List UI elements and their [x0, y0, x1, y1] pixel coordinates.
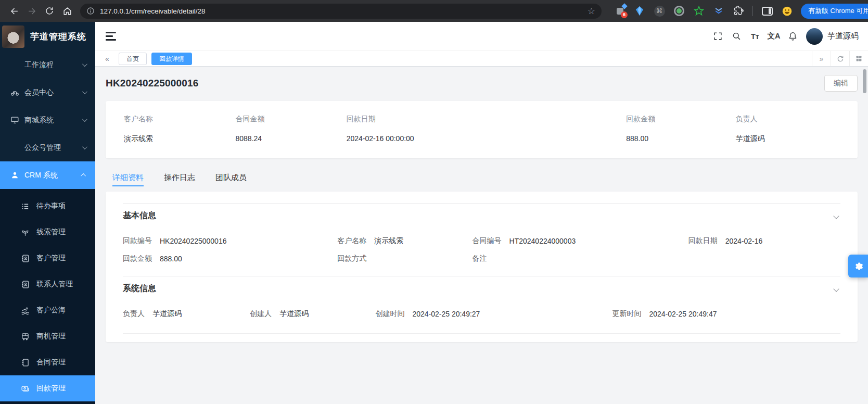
sidebar-item-label: 回款管理 [36, 384, 66, 393]
field: 合同编号 HT20240224000003 [473, 232, 688, 250]
address-bar[interactable]: 127.0.0.1/crm/receivable/detail/28 ☆ [80, 4, 602, 19]
browser-home-button[interactable] [58, 2, 76, 20]
fullscreen-button[interactable] [708, 27, 727, 46]
user-avatar[interactable] [806, 28, 823, 45]
extension-chevrons[interactable] [713, 5, 724, 17]
business-bus-icon [21, 332, 30, 341]
tab-detail-info[interactable]: 详细资料 [112, 167, 144, 188]
field: 备注 [473, 250, 688, 268]
url-text[interactable]: 127.0.0.1/crm/receivable/detail/28 [100, 7, 588, 15]
workflow-icon [10, 60, 19, 69]
ring-icon [674, 6, 684, 16]
refresh-page-button[interactable] [831, 51, 849, 66]
basic-info-collapse-header[interactable]: 基本信息 [123, 203, 840, 228]
basic-info-fields: 回款编号 HK20240225000016 客户名称 演示线索 合同编号 HT2… [123, 232, 840, 268]
official-account-icon [10, 143, 19, 152]
extension-star[interactable] [693, 5, 705, 17]
section-gap [123, 268, 840, 276]
browser-reload-button[interactable] [41, 2, 58, 20]
summary-label: 回款金额 [626, 115, 735, 134]
font-size-button[interactable]: Tт [746, 27, 764, 46]
detail-card: 基本信息 回款编号 HK20240225000016 客户名称 演示线索 合同编… [106, 192, 858, 342]
browser-forward-button[interactable] [23, 2, 41, 20]
side-panel-button[interactable] [761, 5, 773, 17]
grid-icon [856, 55, 862, 62]
field-label: 回款方式 [337, 254, 366, 263]
page-scrollbar-thumb[interactable] [863, 69, 866, 93]
tab-operation-log[interactable]: 操作日志 [164, 167, 195, 188]
edit-button[interactable]: 编辑 [824, 75, 858, 92]
summary-label: 合同金额 [236, 115, 347, 134]
system-info-collapse-header[interactable]: 系统信息 [123, 276, 840, 301]
sidebar-item-clue[interactable]: 线索管理 [0, 219, 95, 245]
field-label: 创建时间 [375, 309, 404, 319]
card-bottom-divider [123, 333, 840, 334]
sidebar-item-member[interactable]: 会员中心 [0, 79, 95, 106]
sidebar-item-public-sea[interactable]: 客户公海 [0, 297, 95, 323]
extension-command[interactable]: ⌘ [654, 5, 665, 17]
field: 回款金额 888.00 [123, 250, 337, 268]
locale-icon: 文A [768, 31, 781, 41]
theme-settings-button[interactable] [848, 255, 868, 277]
sidebar-menu: 工作流程 会员中心 商城系统 公众号管理 [0, 51, 95, 189]
extension-with-badge[interactable]: 6 [614, 5, 626, 17]
sidebar-item-mall[interactable]: 商城系统 [0, 106, 95, 134]
field-value: 演示线索 [374, 236, 403, 246]
tab-team-members[interactable]: 团队成员 [215, 167, 247, 188]
extensions-puzzle-button[interactable] [733, 5, 744, 17]
field-value: 2024-02-25 20:49:47 [649, 310, 717, 318]
field-value: 2024-02-16 [725, 237, 763, 245]
summary-value: 8088.24 [236, 134, 347, 144]
sidebar-item-label: 客户公海 [36, 306, 66, 315]
browser-back-button[interactable] [5, 2, 23, 20]
tab-receivable-detail[interactable]: 回款详情 [151, 53, 192, 65]
field: 回款编号 HK20240225000016 [123, 232, 337, 250]
field-value: 888.00 [160, 255, 182, 263]
field: 更新时间 2024-02-25 20:49:47 [612, 305, 840, 323]
sidebar-item-crm[interactable]: CRM 系统 [0, 161, 95, 189]
sidebar-item-receivable[interactable]: 回款管理 [0, 375, 95, 401]
crm-submenu: 待办事项 线索管理 客户管理 联系人管理 [0, 189, 95, 404]
contacts-book-icon [21, 280, 30, 289]
field-value: 芋道源码 [152, 309, 182, 319]
sidebar-item-todo[interactable]: 待办事项 [0, 193, 95, 219]
page-content: HK20240225000016 编辑 客户名称 合同金额 回款日期 回款金额 … [95, 67, 868, 404]
chevron-down-icon [82, 89, 87, 94]
tabs-scroll-left-icon[interactable]: « [100, 55, 114, 63]
field-label: 更新时间 [612, 309, 641, 319]
extension-badge: 6 [621, 11, 628, 18]
site-info-icon[interactable] [86, 7, 95, 15]
sidebar-item-customer[interactable]: 客户管理 [0, 245, 95, 271]
extension-gem[interactable] [634, 5, 645, 17]
tab-home[interactable]: 首页 [119, 53, 147, 65]
sidebar-item-contacts[interactable]: 联系人管理 [0, 271, 95, 297]
bookmark-star-icon[interactable]: ☆ [588, 7, 595, 16]
extension-recorder[interactable] [673, 5, 685, 17]
search-button[interactable] [727, 27, 746, 46]
search-icon [732, 31, 742, 41]
sidebar-item-contract[interactable]: 合同管理 [0, 349, 95, 375]
field-label: 备注 [473, 254, 487, 263]
field-label: 回款编号 [123, 236, 152, 246]
summary-card: 客户名称 合同金额 回款日期 回款金额 负责人 演示线索 8088.24 202… [106, 101, 858, 158]
back-arrow-icon [9, 6, 19, 16]
layout-grid-button[interactable] [849, 51, 868, 66]
sidebar-item-business[interactable]: 商机管理 [0, 323, 95, 349]
chevron-down-icon [833, 286, 839, 292]
tabs-scroll-right-button[interactable]: » [812, 51, 831, 66]
sidebar-logo[interactable]: 芋道管理系统 [0, 22, 95, 51]
profile-avatar-button[interactable] [781, 5, 793, 17]
notification-button[interactable] [783, 27, 802, 46]
sidebar-item-official-account[interactable]: 公众号管理 [0, 134, 95, 161]
summary-value: 演示线索 [124, 134, 236, 144]
user-name[interactable]: 芋道源码 [827, 31, 859, 41]
chrome-update-button[interactable]: 有新版 Chrome 可用 ⋮ [801, 4, 868, 19]
font-size-icon: Tт [751, 32, 759, 41]
field-empty [688, 250, 840, 268]
sidebar-item-workflow[interactable]: 工作流程 [0, 51, 95, 79]
field: 回款方式 [337, 250, 472, 268]
page-title: HK20240225000016 [106, 78, 199, 89]
field-value: 芋道源码 [279, 309, 309, 319]
locale-button[interactable]: 文A [764, 27, 783, 46]
collapse-menu-button[interactable] [106, 32, 116, 41]
